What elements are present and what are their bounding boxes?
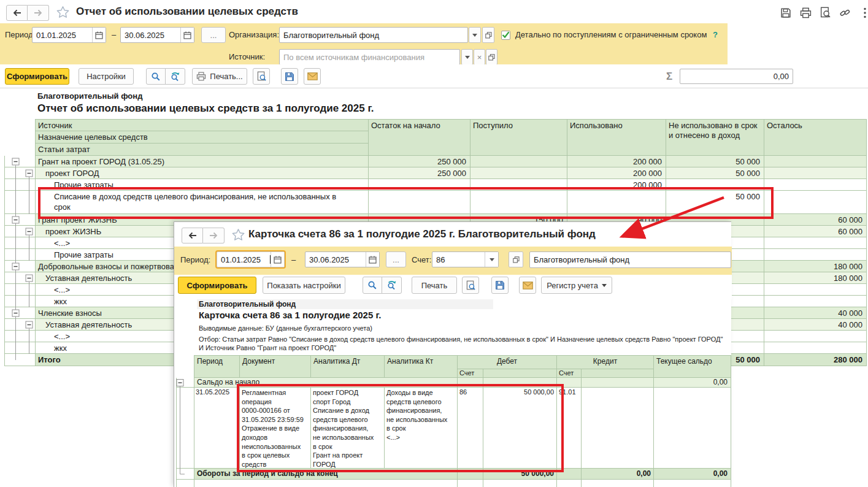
cell: [557, 480, 582, 487]
stub-row: [176, 480, 731, 487]
row-value: [470, 156, 567, 167]
row-value: [764, 342, 867, 353]
cell: [186, 480, 194, 487]
row-value: [764, 191, 867, 213]
column-header: Аналитика Дт: [311, 355, 385, 378]
column-header: Не использовано в срок и отнесено в дохо…: [666, 119, 764, 156]
row-value: [470, 167, 567, 178]
cell: [194, 480, 458, 487]
column-header: Документ: [240, 355, 311, 378]
row-value: 40 000: [764, 307, 867, 318]
row-value: 180 000: [764, 272, 867, 283]
row-label: проект ГОРОД: [35, 167, 369, 178]
row-value: 250 000: [369, 156, 470, 167]
entry-period: 31.05.2025: [194, 388, 240, 468]
row-value: 250 000: [369, 167, 470, 178]
row-value: 60 000: [764, 226, 867, 237]
row-value: [764, 237, 867, 248]
cell: [582, 388, 654, 468]
row-label: Грант на проект ГОРОД (31.05.25): [35, 156, 369, 167]
cell: [483, 480, 557, 487]
column-header: Поступило: [470, 119, 567, 156]
column-header: Назначение целевых средств: [35, 131, 369, 144]
row-value: [764, 296, 867, 307]
row-value: [764, 249, 867, 260]
table-row: проект ГОРОД250 000200 00050 000: [4, 167, 867, 179]
column-header: [582, 369, 654, 378]
turnover-credit: 0,00: [582, 469, 654, 479]
column-header: [483, 369, 557, 378]
cell: [176, 388, 186, 468]
row-value: 200 000: [567, 156, 666, 167]
row-value: 50 000: [666, 156, 764, 167]
row-value: 50 000: [666, 167, 764, 178]
row-value: [764, 284, 867, 295]
column-header: Остаток на начало: [369, 119, 470, 156]
column-header: Статьи затрат: [35, 144, 369, 156]
cell: [186, 469, 194, 479]
highlight-box-card-row: [237, 384, 564, 472]
column-header: Период: [194, 355, 240, 378]
cell: [186, 388, 194, 468]
cell: [654, 388, 731, 468]
cell: [176, 469, 186, 479]
column-header: Дебет: [458, 355, 557, 369]
saldo-balance: 0,00: [654, 378, 731, 387]
column-header: Использовано: [567, 119, 666, 156]
column-header: Аналитика Кт: [385, 355, 458, 378]
row-value: 60 000: [764, 214, 867, 225]
row-value: [764, 331, 867, 342]
cell: [176, 378, 186, 387]
table-row: Грант на проект ГОРОД (31.05.25)250 0002…: [4, 156, 867, 167]
column-header: Кредит: [557, 355, 654, 369]
row-value: [764, 156, 867, 167]
cell: [186, 378, 194, 387]
row-value: 280 000: [764, 354, 867, 366]
cell: [654, 480, 731, 487]
column-header: Источник: [35, 119, 369, 131]
cell: [582, 378, 654, 387]
column-header: Осталось: [764, 119, 867, 156]
cell: [176, 480, 186, 487]
row-value: [764, 179, 867, 190]
cell: [582, 480, 654, 487]
row-value: 40 000: [764, 319, 867, 330]
highlight-box-report-row: [38, 187, 774, 219]
column-header: Счет: [557, 369, 582, 378]
row-value: 180 000: [764, 261, 867, 272]
row-value: 200 000: [567, 167, 666, 178]
column-header: Текущее сальдо: [654, 355, 731, 378]
row-value: [764, 167, 867, 178]
turnover-balance: 0,00: [654, 469, 731, 479]
column-header: Счет: [458, 369, 483, 378]
cell: [458, 480, 483, 487]
